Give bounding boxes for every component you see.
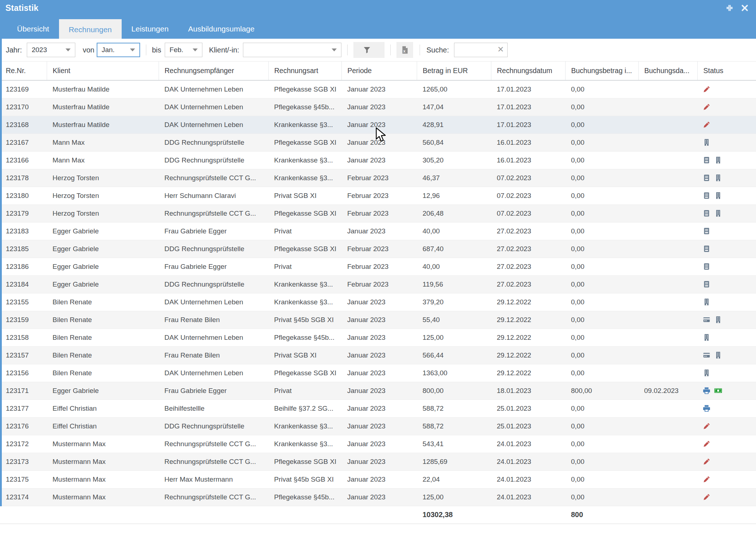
buchungsdatum-cell [638, 453, 697, 470]
book-icon[interactable] [702, 280, 711, 288]
renr-cell: 123172 [0, 435, 47, 453]
excel-export-button[interactable]: x [396, 42, 413, 58]
col-status[interactable]: Status [697, 62, 756, 80]
pencil-icon[interactable] [702, 493, 711, 501]
pencil-icon[interactable] [702, 457, 711, 466]
status-cell [697, 417, 756, 435]
buchungsbetrag-cell: 0,00 [565, 187, 638, 204]
building-icon[interactable] [714, 316, 722, 324]
klient-select[interactable] [243, 43, 341, 57]
table-row[interactable]: 123172Mustermann MaxRechnungsprüfstelle … [0, 435, 756, 453]
col-klient[interactable]: Klient [47, 62, 159, 80]
betrag-cell: 1265,00 [417, 80, 491, 98]
table-row[interactable]: 123155Bilen RenateDAK Unternehmen LebenK… [0, 293, 756, 311]
pencil-icon[interactable] [702, 120, 711, 129]
col-buchungsbetrag[interactable]: Buchungsbetrag i... [565, 62, 638, 80]
tab-ausbildungsumlage[interactable]: Ausbildungsumlage [178, 19, 264, 39]
clear-search-icon[interactable]: ✕ [497, 46, 507, 54]
art-cell: Pflegekasse SGB XI [268, 364, 341, 382]
table-row[interactable]: 123184Egger GabrieleDDG Rechnungsprüfste… [0, 275, 756, 293]
table-row[interactable]: 123176Eiffel ChristianDDG Rechnungsprüfs… [0, 417, 756, 435]
bis-select[interactable]: Feb. [165, 43, 202, 57]
pencil-icon[interactable] [702, 103, 711, 111]
pencil-icon[interactable] [702, 85, 711, 93]
building-icon[interactable] [702, 298, 711, 306]
table-row[interactable]: 123180Herzog TorstenHerr Schumann Clarav… [0, 187, 756, 204]
art-cell: Pflegekasse SGB XI [268, 240, 341, 258]
col-rechnungsdatum[interactable]: Rechnungsdatum [491, 62, 565, 80]
periode-cell: Februar 2023 [341, 204, 417, 222]
table-row[interactable]: 123175Mustermann MaxHerr Max MustermannP… [0, 470, 756, 488]
betrag-cell: 560,84 [417, 134, 491, 151]
tab-uebersicht[interactable]: Übersicht [7, 19, 59, 39]
table-row[interactable]: 123174Mustermann MaxRechnungsprüfstelle … [0, 488, 756, 506]
book-icon[interactable] [702, 227, 711, 235]
table-row[interactable]: 123171Egger GabrieleFrau Gabriele EggerP… [0, 382, 756, 399]
datum-cell: 27.02.2023 [491, 258, 565, 275]
periode-cell: Februar 2023 [341, 275, 417, 293]
table-row[interactable]: 123173Mustermann MaxRechnungsprüfstelle … [0, 453, 756, 470]
jahr-select[interactable]: 2023 [27, 43, 75, 57]
money-icon[interactable] [714, 386, 722, 395]
klient-cell: Bilen Renate [47, 346, 159, 364]
book-icon[interactable] [702, 262, 711, 271]
table-row[interactable]: 123166Mann MaxDDG RechnungsprüfstelleKra… [0, 151, 756, 169]
book-icon[interactable] [702, 245, 711, 253]
table-row[interactable]: 123167Mann MaxDDG RechnungsprüfstellePfl… [0, 134, 756, 151]
table-row[interactable]: 123183Egger GabrieleFrau Gabriele EggerP… [0, 222, 756, 240]
pencil-icon[interactable] [702, 422, 711, 430]
table-row[interactable]: 123185Egger GabrieleDDG Rechnungsprüfste… [0, 240, 756, 258]
building-icon[interactable] [714, 174, 722, 182]
pencil-icon[interactable] [702, 475, 711, 483]
filter-button[interactable] [353, 42, 385, 58]
printer-icon[interactable] [702, 404, 711, 413]
col-rechnungsempfaenger[interactable]: Rechnungsempfänger [159, 62, 268, 80]
table-row[interactable]: 123168Musterfrau MatildeDAK Unternehmen … [0, 116, 756, 134]
col-periode[interactable]: Periode [341, 62, 417, 80]
table-row[interactable]: 123157Bilen RenateFrau Renate BilenPriva… [0, 346, 756, 364]
art-cell: Pflegekasse SGB XI [268, 134, 341, 151]
buchungsdatum-cell [638, 470, 697, 488]
tab-rechnungen[interactable]: Rechnungen [59, 19, 122, 40]
building-icon[interactable] [702, 333, 711, 342]
table-row[interactable]: 123156Bilen RenateDAK Unternehmen LebenP… [0, 364, 756, 382]
building-icon[interactable] [714, 156, 722, 164]
table-row[interactable]: 123159Bilen RenateFrau Renate BilenPriva… [0, 311, 756, 329]
table-row[interactable]: 123177Eiffel ChristianBeihilfestellleBei… [0, 399, 756, 417]
von-select[interactable]: Jan. [97, 43, 140, 57]
periode-cell: Februar 2023 [341, 258, 417, 275]
empfaenger-cell: Beihilfestellle [159, 399, 268, 417]
building-icon[interactable] [702, 369, 711, 377]
book-icon[interactable] [702, 209, 711, 217]
card-icon[interactable] [702, 351, 711, 359]
tab-bar: Übersicht Rechnungen Leistungen Ausbildu… [0, 16, 756, 39]
compress-icon[interactable] [725, 3, 734, 13]
building-icon[interactable] [714, 351, 722, 359]
book-icon[interactable] [702, 174, 711, 182]
close-icon[interactable] [740, 3, 749, 13]
renr-cell: 123177 [0, 399, 47, 417]
search-input[interactable] [454, 43, 497, 57]
building-icon[interactable] [714, 209, 722, 217]
col-betrag[interactable]: Betrag in EUR [417, 62, 491, 80]
table-header-row: Re.Nr. Klient Rechnungsempfänger Rechnun… [0, 62, 756, 80]
book-icon[interactable] [702, 191, 711, 200]
col-rechnungsart[interactable]: Rechnungsart [268, 62, 341, 80]
table-row[interactable]: 123179Herzog TorstenRechnungsprüfstelle … [0, 204, 756, 222]
card-icon[interactable] [702, 316, 711, 324]
table-row[interactable]: 123170Musterfrau MatildeDAK Unternehmen … [0, 98, 756, 116]
klient-cell: Mustermann Max [47, 435, 159, 453]
building-icon[interactable] [702, 138, 711, 147]
table-row[interactable]: 123158Bilen RenateDAK Unternehmen LebenP… [0, 329, 756, 346]
col-renr[interactable]: Re.Nr. [0, 62, 47, 80]
pencil-icon[interactable] [702, 440, 711, 448]
table-row[interactable]: 123169Musterfrau MatildeDAK Unternehmen … [0, 80, 756, 98]
klient-label: Klient/-in: [209, 46, 239, 54]
table-row[interactable]: 123178Herzog TorstenRechnungsprüfstelle … [0, 169, 756, 187]
tab-leistungen[interactable]: Leistungen [122, 19, 178, 39]
col-buchungsdatum[interactable]: Buchungsda... [638, 62, 697, 80]
building-icon[interactable] [714, 191, 722, 200]
book-icon[interactable] [702, 156, 711, 164]
printer-icon[interactable] [702, 386, 711, 395]
table-row[interactable]: 123186Egger GabrieleFrau Gabriele EggerP… [0, 258, 756, 275]
